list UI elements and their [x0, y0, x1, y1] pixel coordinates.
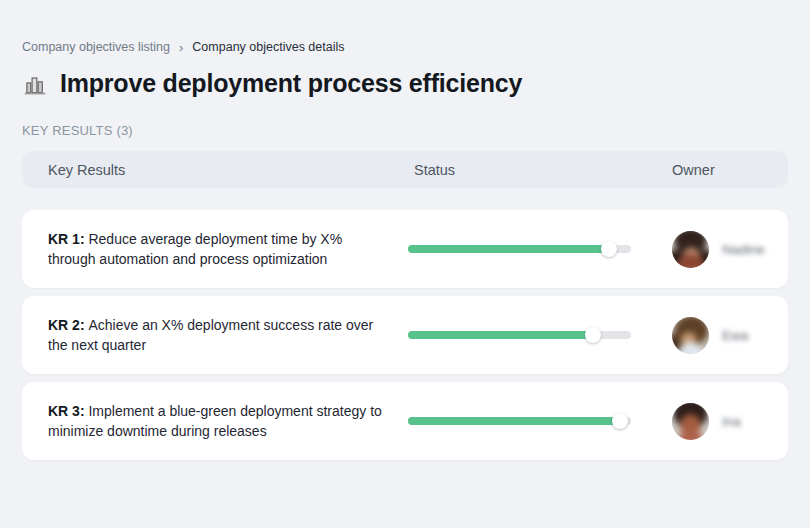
progress-thumb[interactable] [612, 413, 628, 429]
kr-label: KR 3: [48, 403, 88, 419]
kr-description: Reduce average deployment time by X% thr… [48, 231, 342, 267]
key-results-section-label: KEY RESULTS (3) [22, 123, 788, 138]
kr-label: KR 2: [48, 317, 88, 333]
owner-avatar [672, 403, 709, 440]
progress-fill [408, 331, 593, 339]
owner-cell: Nadine [672, 231, 788, 268]
kr-text: KR 3: Implement a blue-green deployment … [48, 401, 393, 441]
breadcrumb: Company objectives listing › Company obj… [22, 40, 788, 54]
progress-fill [408, 245, 609, 253]
owner-avatar [672, 317, 709, 354]
column-header-key-results: Key Results [48, 162, 408, 178]
column-header-owner: Owner [672, 162, 788, 178]
owner-cell: Ina [672, 403, 788, 440]
key-results-list: KR 1: Reduce average deployment time by … [22, 210, 788, 460]
kr-description: Implement a blue-green deployment strate… [48, 403, 382, 439]
progress-slider[interactable] [408, 417, 631, 425]
owner-name: Nadine [722, 242, 765, 257]
progress-slider[interactable] [408, 331, 631, 339]
kr-text: KR 1: Reduce average deployment time by … [48, 229, 393, 269]
owner-name: Ina [722, 414, 741, 429]
progress-fill [408, 417, 620, 425]
title-row: Improve deployment process efficiency [22, 69, 788, 98]
table-header: Key Results Status Owner [22, 151, 788, 188]
owner-cell: Ewa [672, 317, 788, 354]
owner-avatar [672, 231, 709, 268]
column-header-status: Status [408, 162, 672, 178]
progress-thumb[interactable] [601, 241, 617, 257]
page-title: Improve deployment process efficiency [60, 69, 522, 98]
buildings-icon [22, 71, 48, 97]
chevron-right-icon: › [179, 41, 183, 54]
key-result-row-2[interactable]: KR 2: Achieve an X% deployment success r… [22, 296, 788, 374]
objective-details-page: Company objectives listing › Company obj… [0, 40, 810, 460]
key-result-row-1[interactable]: KR 1: Reduce average deployment time by … [22, 210, 788, 288]
progress-slider[interactable] [408, 245, 631, 253]
owner-name: Ewa [722, 328, 748, 343]
breadcrumb-current: Company objectives details [192, 40, 344, 54]
kr-description: Achieve an X% deployment success rate ov… [48, 317, 373, 353]
breadcrumb-listing-link[interactable]: Company objectives listing [22, 40, 170, 54]
kr-text: KR 2: Achieve an X% deployment success r… [48, 315, 393, 355]
key-result-row-3[interactable]: KR 3: Implement a blue-green deployment … [22, 382, 788, 460]
kr-label: KR 1: [48, 231, 88, 247]
progress-thumb[interactable] [585, 327, 601, 343]
